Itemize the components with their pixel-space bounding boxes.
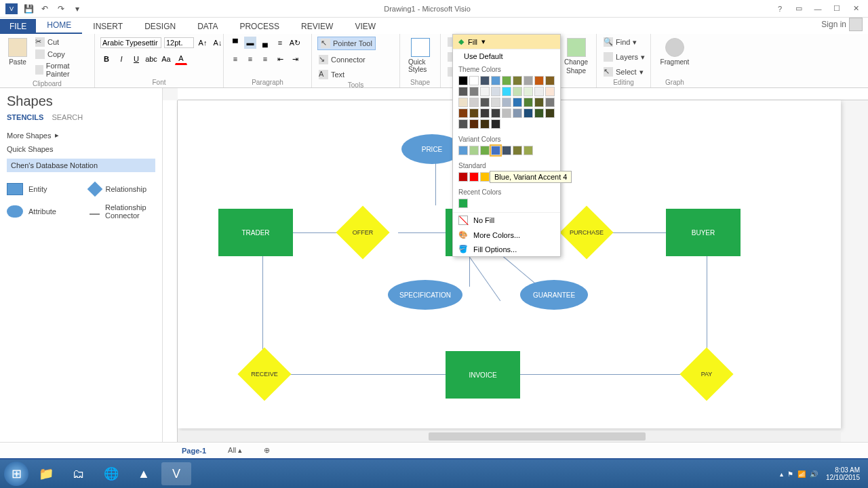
- swatch[interactable]: [545, 98, 555, 107]
- rel-purchase[interactable]: PURCHASE: [568, 214, 606, 251]
- minimize-icon[interactable]: —: [810, 3, 826, 14]
- swatch[interactable]: [458, 76, 468, 85]
- swatch[interactable]: [480, 119, 490, 129]
- swatch[interactable]: [458, 119, 468, 129]
- ribbon-toggle-icon[interactable]: ▭: [791, 3, 807, 14]
- font-family-input[interactable]: [100, 37, 161, 48]
- italic-icon[interactable]: I: [115, 53, 127, 65]
- swatch[interactable]: [491, 98, 500, 107]
- align-center-icon[interactable]: ≡: [244, 53, 256, 65]
- maximize-icon[interactable]: ☐: [829, 3, 845, 14]
- swatch[interactable]: [469, 119, 479, 129]
- text-tool-button[interactable]: AText: [317, 69, 346, 80]
- swatch[interactable]: [491, 119, 500, 129]
- swatch[interactable]: [458, 108, 468, 118]
- swatch[interactable]: [545, 108, 555, 118]
- tab-insert[interactable]: INSERT: [82, 19, 134, 34]
- swatch[interactable]: [480, 76, 490, 85]
- swatch[interactable]: [524, 87, 533, 96]
- no-fill-item[interactable]: No Fill: [453, 213, 560, 228]
- swatch[interactable]: [469, 76, 479, 85]
- rel-receive[interactable]: RECEIVE: [245, 355, 283, 393]
- quick-styles-button[interactable]: Quick Styles: [406, 37, 435, 75]
- swatch[interactable]: [469, 98, 479, 107]
- align-top-icon[interactable]: ▀: [229, 37, 241, 49]
- layers-button[interactable]: Layers ▾: [602, 52, 646, 62]
- font-size-input[interactable]: [164, 37, 194, 48]
- tab-home[interactable]: HOME: [36, 18, 82, 34]
- attr-guarantee[interactable]: GUARANTEE: [520, 280, 588, 310]
- swatch[interactable]: [469, 146, 479, 155]
- fragment-button[interactable]: Fragment: [656, 37, 693, 67]
- pointer-tool-button[interactable]: ↖Pointer Tool: [317, 37, 376, 50]
- fill-button[interactable]: ◆Fill ▾: [453, 35, 560, 49]
- rel-pay[interactable]: PAY: [688, 355, 726, 393]
- undo-icon[interactable]: ↶: [39, 3, 50, 14]
- swatch[interactable]: [513, 146, 522, 155]
- align-bot-icon[interactable]: ▄: [259, 37, 271, 49]
- swatch[interactable]: [502, 98, 511, 107]
- tab-file[interactable]: FILE: [0, 19, 36, 34]
- close-icon[interactable]: ✕: [848, 3, 864, 14]
- taskbar-vlc[interactable]: ▲: [129, 462, 159, 485]
- align-right-icon[interactable]: ≡: [259, 53, 271, 65]
- help-icon[interactable]: ?: [772, 3, 788, 14]
- taskbar-explorer[interactable]: 📁: [31, 462, 61, 485]
- entity-buyer[interactable]: BUYER: [666, 209, 741, 256]
- indent-inc-icon[interactable]: ⇥: [289, 53, 301, 65]
- swatch[interactable]: [513, 108, 522, 118]
- quick-shapes-link[interactable]: Quick Shapes: [7, 142, 155, 156]
- entity-invoice[interactable]: INVOICE: [446, 351, 520, 399]
- swatch[interactable]: [469, 108, 479, 118]
- swatch[interactable]: [491, 76, 500, 85]
- horizontal-scrollbar[interactable]: [178, 431, 841, 442]
- swatch[interactable]: [524, 76, 533, 85]
- swatch[interactable]: [524, 108, 533, 118]
- page-tab-1[interactable]: Page-1: [176, 445, 212, 456]
- swatch[interactable]: [491, 108, 500, 118]
- copy-button[interactable]: Copy: [34, 49, 89, 60]
- fill-options-item[interactable]: 🪣Fill Options...: [453, 242, 560, 256]
- cut-button[interactable]: ✂Cut: [34, 37, 89, 47]
- search-tab[interactable]: SEARCH: [52, 113, 83, 121]
- increase-font-icon[interactable]: A↑: [197, 37, 209, 49]
- orient-icon[interactable]: A↻: [289, 37, 301, 49]
- swatch[interactable]: [502, 108, 511, 118]
- tab-process[interactable]: PROCESS: [229, 19, 290, 34]
- swatch[interactable]: [480, 87, 490, 96]
- bullets-icon[interactable]: ≡: [274, 37, 286, 49]
- swatch[interactable]: [469, 172, 479, 182]
- font-color-icon[interactable]: A: [175, 53, 187, 65]
- swatch[interactable]: [513, 87, 522, 96]
- swatch[interactable]: [480, 98, 490, 107]
- swatch[interactable]: [545, 76, 555, 85]
- swatch[interactable]: [524, 146, 533, 155]
- tab-design[interactable]: DESIGN: [134, 19, 186, 34]
- tray-network-icon[interactable]: 📶: [797, 470, 806, 478]
- swatch[interactable]: [534, 98, 544, 107]
- swatch[interactable]: [534, 76, 544, 85]
- entity-trader[interactable]: TRADER: [218, 209, 293, 256]
- swatch[interactable]: [458, 87, 468, 96]
- save-icon[interactable]: 💾: [23, 3, 34, 14]
- taskbar-folder[interactable]: 🗂: [64, 462, 94, 485]
- relationship-shape[interactable]: Relationship: [90, 183, 156, 195]
- case-icon[interactable]: Aa: [160, 53, 172, 65]
- change-shape-button[interactable]: ChangeShape: [561, 37, 591, 76]
- qat-dropdown-icon[interactable]: ▾: [72, 3, 83, 14]
- new-page-button[interactable]: ⊕: [258, 445, 275, 456]
- swatch[interactable]: [480, 172, 490, 182]
- bold-icon[interactable]: B: [100, 53, 113, 65]
- align-left-icon[interactable]: ≡: [229, 53, 241, 65]
- swatch[interactable]: [513, 76, 522, 85]
- attribute-shape[interactable]: Attribute: [7, 203, 73, 220]
- swatch[interactable]: [502, 146, 511, 155]
- paste-button[interactable]: Paste: [5, 37, 30, 67]
- align-mid-icon[interactable]: ▬: [244, 37, 256, 49]
- swatch[interactable]: [480, 146, 490, 155]
- select-button[interactable]: ↖Select ▾: [602, 66, 645, 77]
- swatch[interactable]: [524, 98, 533, 107]
- relconn-shape[interactable]: Relationship Connector: [90, 203, 156, 220]
- more-shapes-link[interactable]: More Shapes ▸: [7, 128, 155, 142]
- rel-offer[interactable]: OFFER: [344, 214, 382, 251]
